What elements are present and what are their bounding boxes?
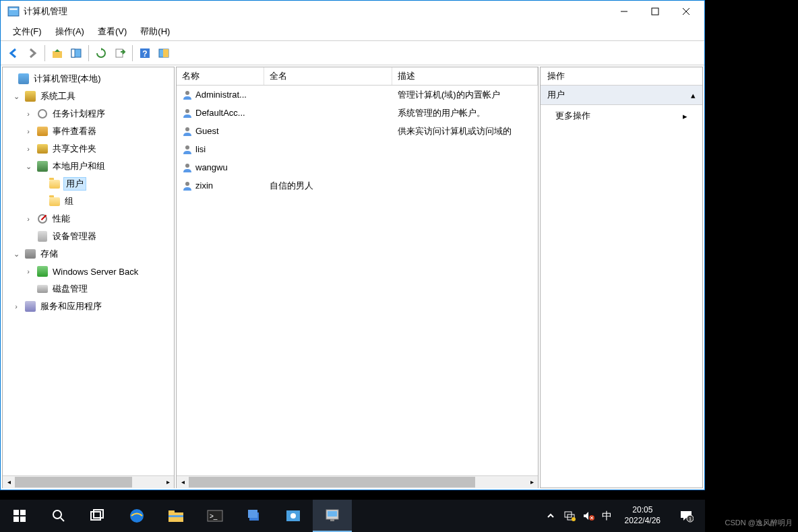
list-hscrollbar[interactable]: ◂ ▸ [177, 475, 538, 488]
tree-event-viewer[interactable]: › 事件查看器 [4, 123, 173, 140]
close-button[interactable] [671, 1, 702, 22]
actions-more-label: 更多操作 [555, 110, 590, 122]
properties-button[interactable] [155, 44, 173, 62]
toolbar: ? [1, 41, 704, 65]
tree-performance[interactable]: › 性能 [4, 210, 173, 228]
start-button[interactable] [0, 500, 39, 532]
list-row[interactable]: zixin自信的男人 [177, 176, 538, 195]
taskbar-ie[interactable] [117, 500, 156, 532]
expand-icon[interactable]: › [23, 267, 34, 275]
watermark: CSDN @逸风醉明月 [725, 518, 793, 528]
forward-button[interactable] [24, 44, 41, 62]
list-row[interactable]: DefaultAcc...系统管理的用户帐户。 [177, 104, 538, 122]
tree-users[interactable]: 用户 [4, 175, 173, 193]
scroll-track[interactable] [15, 476, 162, 488]
tree-label: 计算机管理(本地) [32, 72, 102, 86]
scroll-right-icon[interactable]: ▸ [526, 476, 538, 488]
export-button[interactable] [111, 44, 129, 62]
taskbar-control-panel[interactable] [274, 500, 313, 532]
user-icon [182, 180, 193, 191]
show-hide-button[interactable] [67, 44, 85, 62]
tree-label: 事件查看器 [51, 125, 98, 138]
tree-label: 设备管理器 [51, 230, 98, 243]
scroll-left-icon[interactable]: ◂ [3, 476, 15, 488]
tree-hscrollbar[interactable]: ◂ ▸ [3, 475, 174, 488]
expand-icon[interactable]: › [23, 145, 34, 153]
scroll-track[interactable] [189, 476, 526, 488]
toolbar-separator [88, 45, 89, 61]
tree-label: 服务和应用程序 [39, 300, 103, 313]
expand-icon[interactable]: › [23, 127, 34, 135]
tree-storage[interactable]: ⌄ 存储 [4, 245, 173, 263]
tree-system-tools[interactable]: ⌄ 系统工具 [4, 88, 173, 105]
svg-rect-35 [248, 510, 257, 518]
taskbar-explorer[interactable] [156, 500, 195, 532]
list-header: 名称 全名 描述 [177, 67, 538, 86]
column-description[interactable]: 描述 [392, 67, 538, 85]
list-row[interactable]: wangwu [177, 158, 538, 176]
tray-overflow-icon[interactable] [544, 509, 557, 523]
minimize-button[interactable] [609, 1, 640, 22]
tree-windows-server-backup[interactable]: › Windows Server Back [4, 263, 173, 280]
actions-group-label: 用户 [547, 89, 565, 101]
app-window: 计算机管理 文件(F) 操作(A) 查看(V) 帮助(H) ? [0, 0, 705, 490]
svg-rect-22 [13, 517, 19, 522]
up-button[interactable] [49, 44, 66, 62]
tree-disk-management[interactable]: 磁盘管理 [4, 280, 173, 298]
tree-label: 存储 [39, 247, 59, 261]
task-view-button[interactable] [78, 500, 117, 532]
scroll-right-icon[interactable]: ▸ [162, 476, 174, 488]
taskbar-cmd[interactable]: >_ [195, 500, 235, 532]
collapse-icon[interactable]: ⌄ [11, 92, 22, 101]
tree-label: 任务计划程序 [51, 107, 106, 121]
action-center-button[interactable]: 1 [671, 509, 701, 523]
tree-task-scheduler[interactable]: › 任务计划程序 [4, 105, 173, 123]
tree-label: 本地用户和组 [51, 160, 106, 173]
taskbar-computer-management[interactable] [313, 500, 352, 532]
tree-local-users-groups[interactable]: ⌄ 本地用户和组 [4, 158, 173, 175]
actions-group-users[interactable]: 用户 ▴ [541, 86, 702, 105]
svg-point-18 [185, 164, 189, 168]
actions-more[interactable]: 更多操作 ▸ [541, 105, 702, 127]
user-icon [182, 126, 193, 137]
tree-groups[interactable]: 组 [4, 193, 173, 210]
tools-icon [24, 90, 36, 102]
expand-icon[interactable]: › [23, 110, 34, 118]
search-button[interactable] [39, 500, 78, 532]
tree-services-apps[interactable]: › 服务和应用程序 [4, 298, 173, 315]
tree-shared-folders[interactable]: › 共享文件夹 [4, 140, 173, 158]
refresh-button[interactable] [92, 44, 110, 62]
list-row[interactable]: lisi [177, 140, 538, 158]
tree-root[interactable]: 计算机管理(本地) [4, 70, 173, 88]
tray-ime[interactable]: 中 [601, 509, 614, 523]
menu-help[interactable]: 帮助(H) [133, 23, 177, 40]
column-fullname[interactable]: 全名 [264, 67, 392, 85]
menu-view[interactable]: 查看(V) [91, 23, 133, 40]
cell-name: Administrat... [177, 90, 264, 100]
window-title: 计算机管理 [24, 5, 609, 18]
tray-network-icon[interactable] [563, 509, 576, 523]
menu-file[interactable]: 文件(F) [6, 23, 49, 40]
svg-text:?: ? [142, 49, 147, 59]
collapse-icon[interactable]: ⌄ [23, 162, 34, 171]
collapse-icon[interactable]: ⌄ [11, 250, 22, 259]
expand-icon[interactable]: › [11, 302, 22, 310]
user-icon [182, 144, 193, 155]
user-icon [182, 90, 193, 100]
tree-device-manager[interactable]: 设备管理器 [4, 228, 173, 245]
titlebar: 计算机管理 [1, 1, 704, 22]
scroll-left-icon[interactable]: ◂ [177, 476, 189, 488]
column-name[interactable]: 名称 [177, 67, 264, 85]
taskbar-server-manager[interactable] [235, 500, 274, 532]
tray-volume-icon[interactable] [582, 509, 595, 523]
list-row[interactable]: Guest供来宾访问计算机或访问域的 [177, 122, 538, 140]
help-button[interactable]: ? [136, 44, 154, 62]
expand-icon[interactable]: › [23, 215, 34, 223]
svg-point-14 [185, 91, 189, 95]
menu-action[interactable]: 操作(A) [49, 23, 91, 40]
list-row[interactable]: Administrat...管理计算机(域)的内置帐户 [177, 86, 538, 104]
taskbar-clock[interactable]: 20:05 2022/4/26 [619, 505, 666, 526]
tree-label: 磁盘管理 [51, 282, 89, 296]
maximize-button[interactable] [640, 1, 671, 22]
back-button[interactable] [5, 44, 22, 62]
